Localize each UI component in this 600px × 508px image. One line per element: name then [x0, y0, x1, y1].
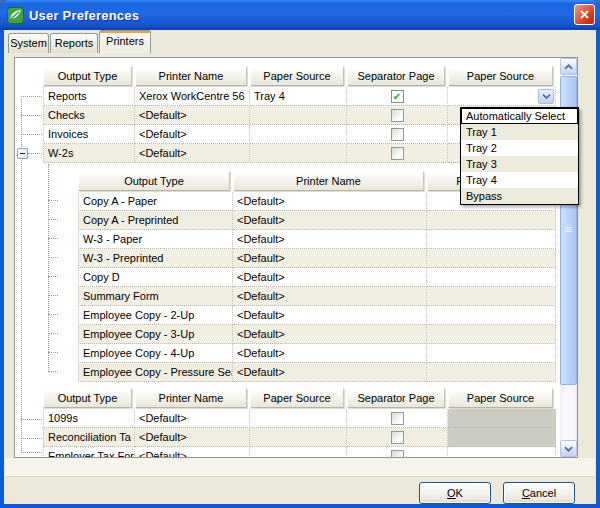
column-header-paper-source[interactable]: Paper Source — [250, 66, 344, 86]
cell-printer-name[interactable]: <Default> — [233, 363, 427, 382]
cell-paper-source[interactable] — [427, 211, 556, 230]
cell-printer-name[interactable]: <Default> — [233, 192, 427, 211]
table-row[interactable]: 1099s<Default> — [15, 409, 556, 428]
cell-separator-page[interactable] — [347, 447, 448, 457]
cell-output-type[interactable]: Employee Copy - 2-Up — [78, 306, 233, 325]
column-header-printer-name[interactable]: Printer Name — [233, 171, 424, 191]
column-header-output-type[interactable]: Output Type — [43, 66, 132, 86]
cell-output-type[interactable]: Checks — [43, 106, 135, 125]
cell-separator-page[interactable] — [347, 125, 448, 144]
cell-output-type[interactable]: Reconciliation Ta — [43, 428, 135, 447]
cell-printer-name[interactable]: <Default> — [233, 249, 427, 268]
cell-paper-source[interactable] — [427, 268, 556, 287]
separator-page-checkbox[interactable]: ✔ — [391, 90, 404, 103]
cell-printer-name[interactable]: <Default> — [233, 344, 427, 363]
table-row[interactable]: Copy A - Preprinted<Default> — [58, 211, 556, 230]
dropdown-item[interactable]: Bypass — [461, 188, 578, 204]
column-header-output-type[interactable]: Output Type — [43, 388, 132, 408]
cell-printer-name[interactable]: <Default> — [233, 230, 427, 249]
column-header-printer-name[interactable]: Printer Name — [135, 66, 247, 86]
cell-printer-name[interactable]: <Default> — [135, 125, 250, 144]
paper-source-dropdown-list[interactable]: Automatically SelectTray 1Tray 2Tray 3Tr… — [460, 107, 579, 205]
cell-paper-source[interactable] — [427, 306, 556, 325]
cell-paper-source-2[interactable] — [448, 409, 556, 428]
table-row[interactable]: Employee Copy - 2-Up<Default> — [58, 306, 556, 325]
cell-printer-name[interactable]: <Default> — [135, 144, 250, 163]
cell-printer-name[interactable]: <Default> — [233, 306, 427, 325]
column-header-printer-name[interactable]: Printer Name — [135, 388, 247, 408]
table-row[interactable]: Employer Tax Forms<Default> — [15, 447, 556, 457]
table-row[interactable]: Summary Form<Default> — [58, 287, 556, 306]
cell-paper-source-2[interactable] — [448, 87, 556, 106]
cell-separator-page[interactable] — [347, 106, 448, 125]
cell-output-type[interactable]: Employee Copy - Pressure Seal — [78, 363, 233, 382]
table-row[interactable]: Employee Copy - 4-Up<Default> — [58, 344, 556, 363]
cell-separator-page[interactable]: ✔ — [347, 87, 448, 106]
column-header-separator-page[interactable]: Separator Page — [347, 66, 445, 86]
cell-output-type[interactable]: Employee Copy - 3-Up — [78, 325, 233, 344]
cell-printer-name[interactable]: Xerox WorkCentre 56 — [135, 87, 250, 106]
cell-output-type[interactable]: 1099s — [43, 409, 135, 428]
cell-printer-name[interactable]: <Default> — [135, 106, 250, 125]
titlebar[interactable]: User Preferences — [0, 0, 600, 30]
cell-output-type[interactable]: Invoices — [43, 125, 135, 144]
cell-output-type[interactable]: Summary Form — [78, 287, 233, 306]
table-row[interactable]: Employee Copy - Pressure Seal<Default> — [58, 363, 556, 382]
cell-paper-source[interactable]: Tray 4 — [250, 87, 347, 106]
table-row[interactable]: W-3 - Paper<Default> — [58, 230, 556, 249]
cell-separator-page[interactable] — [347, 144, 448, 163]
cell-paper-source[interactable] — [427, 325, 556, 344]
dropdown-item[interactable]: Tray 4 — [461, 172, 578, 188]
column-header-separator-page[interactable]: Separator Page — [347, 388, 445, 408]
dropdown-item[interactable]: Tray 2 — [461, 140, 578, 156]
close-button[interactable] — [574, 4, 595, 25]
table-row[interactable]: Employee Copy - 3-Up<Default> — [58, 325, 556, 344]
column-header-paper-source[interactable]: Paper Source — [250, 388, 344, 408]
cell-printer-name[interactable]: <Default> — [233, 211, 427, 230]
tab-printers[interactable]: Printers — [99, 30, 151, 53]
cell-paper-source[interactable] — [427, 363, 556, 382]
separator-page-checkbox[interactable] — [391, 109, 404, 122]
cell-separator-page[interactable] — [347, 428, 448, 447]
column-header-output-type[interactable]: Output Type — [78, 171, 230, 191]
cell-printer-name[interactable]: <Default> — [135, 428, 250, 447]
cell-paper-source[interactable] — [427, 287, 556, 306]
separator-page-checkbox[interactable] — [391, 147, 404, 160]
cell-paper-source[interactable] — [250, 447, 347, 457]
cancel-button[interactable]: Cancel — [503, 482, 575, 504]
scroll-up-button[interactable] — [560, 58, 577, 75]
column-header-paper-source-2[interactable]: Paper Source — [448, 388, 553, 408]
cell-output-type[interactable]: W-3 - Paper — [78, 230, 233, 249]
cell-output-type[interactable]: Copy A - Paper — [78, 192, 233, 211]
tab-reports[interactable]: Reports — [50, 33, 98, 53]
cell-paper-source-2[interactable] — [448, 447, 556, 457]
cell-output-type[interactable]: Reports — [43, 87, 135, 106]
cell-paper-source-2[interactable] — [448, 428, 556, 447]
cell-output-type[interactable]: Employer Tax Forms — [43, 447, 135, 457]
cell-paper-source[interactable] — [427, 230, 556, 249]
cell-paper-source[interactable] — [427, 249, 556, 268]
separator-page-checkbox[interactable] — [391, 128, 404, 141]
collapse-expander-icon[interactable] — [17, 148, 28, 159]
cell-separator-page[interactable] — [347, 409, 448, 428]
cell-paper-source[interactable] — [250, 106, 347, 125]
dropdown-item[interactable]: Tray 1 — [461, 124, 578, 140]
table-row[interactable]: W-3 - Preprinted<Default> — [58, 249, 556, 268]
cell-printer-name[interactable]: <Default> — [233, 325, 427, 344]
cell-printer-name[interactable]: <Default> — [233, 268, 427, 287]
cell-printer-name[interactable]: <Default> — [135, 447, 250, 457]
cell-printer-name[interactable]: <Default> — [233, 287, 427, 306]
cell-paper-source[interactable] — [250, 428, 347, 447]
paper-source-dropdown-button[interactable] — [538, 89, 554, 104]
cell-output-type[interactable]: W-2s — [43, 144, 135, 163]
scroll-down-button[interactable] — [560, 440, 577, 457]
table-row[interactable]: Reconciliation Ta<Default> — [15, 428, 556, 447]
dropdown-item[interactable]: Automatically Select — [461, 108, 578, 124]
ok-button[interactable]: OK — [419, 482, 491, 504]
cell-printer-name[interactable]: <Default> — [135, 409, 250, 428]
cell-paper-source[interactable] — [250, 144, 347, 163]
cell-paper-source[interactable] — [427, 344, 556, 363]
separator-page-checkbox[interactable] — [391, 431, 404, 444]
column-header-paper-source-2[interactable]: Paper Source — [448, 66, 553, 86]
table-row[interactable]: ReportsXerox WorkCentre 56Tray 4✔ — [15, 87, 556, 106]
